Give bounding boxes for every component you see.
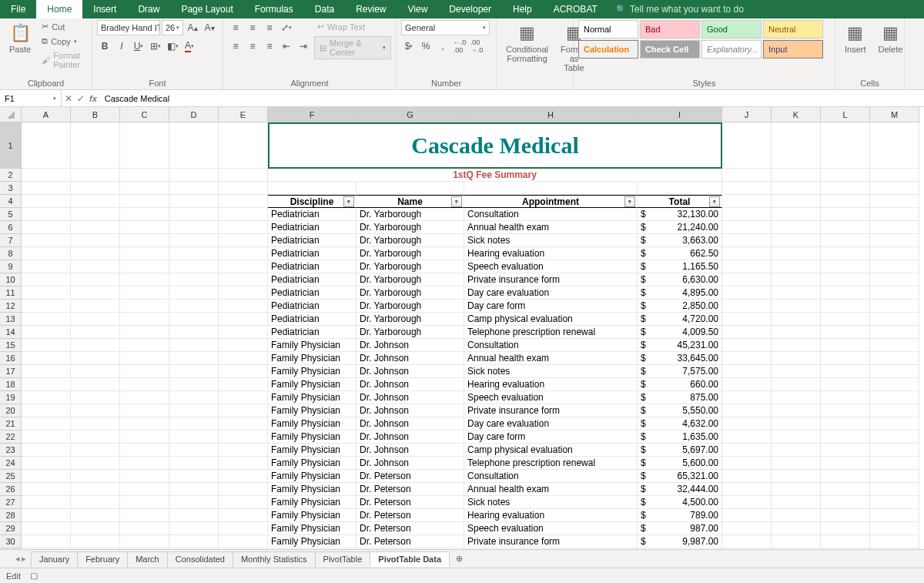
cell-A5[interactable] <box>22 208 71 221</box>
cell-C18[interactable] <box>120 378 169 391</box>
cell-E13[interactable] <box>219 313 268 326</box>
cell-K14[interactable] <box>772 326 821 339</box>
cell-I20[interactable]: $5,550.00 <box>638 404 722 417</box>
italic-button[interactable]: I <box>114 39 129 54</box>
cell-A9[interactable] <box>22 260 71 273</box>
cell-G8[interactable]: Dr. Yarborough <box>357 247 464 260</box>
cell-K5[interactable] <box>772 208 821 221</box>
cell-C9[interactable] <box>120 260 169 273</box>
cell-H20[interactable]: Private insurance form <box>464 404 638 417</box>
cell-L18[interactable] <box>821 378 870 391</box>
cell-A6[interactable] <box>22 221 71 234</box>
cell-H30[interactable]: Private insurance form <box>464 535 638 548</box>
row-header-22[interactable]: 22 <box>0 431 22 444</box>
cell-L27[interactable] <box>821 496 870 509</box>
cell-L10[interactable] <box>821 273 870 286</box>
cell-G24[interactable]: Dr. Johnson <box>357 457 464 470</box>
cell-H10[interactable]: Private insurance form <box>464 273 638 286</box>
row-header-27[interactable]: 27 <box>0 496 22 509</box>
cell-B25[interactable] <box>71 470 120 483</box>
ribbon-tab-data[interactable]: Data <box>304 0 345 18</box>
cell-I6[interactable]: $21,240.00 <box>638 221 722 234</box>
increase-font-button[interactable]: A▴ <box>185 20 200 35</box>
filter-arrow-icon[interactable]: ▾ <box>343 196 354 207</box>
cell-J15[interactable] <box>722 339 772 352</box>
sheet-nav-prev-icon[interactable]: ◂ <box>15 554 20 564</box>
col-header-K[interactable]: K <box>772 107 821 122</box>
cell-K30[interactable] <box>772 535 821 548</box>
wrap-text-button[interactable]: ↩ Wrap Text <box>314 20 391 33</box>
cell-style-input[interactable]: Input <box>763 40 823 59</box>
cell-D23[interactable] <box>169 444 219 457</box>
number-format-select[interactable]: General▾ <box>401 20 490 35</box>
cell-C6[interactable] <box>120 221 169 234</box>
cell-E29[interactable] <box>219 522 268 535</box>
cell-B10[interactable] <box>71 273 120 286</box>
cell-J3[interactable] <box>722 182 772 195</box>
cell-E8[interactable] <box>219 247 268 260</box>
font-color-button[interactable]: A▾ <box>182 39 197 54</box>
cell-G31[interactable]: Dr. Peterson <box>357 548 464 549</box>
cell-D31[interactable] <box>169 548 219 549</box>
cell-I21[interactable]: $4,632.00 <box>638 417 722 431</box>
cell-D16[interactable] <box>169 352 219 365</box>
cell-K1[interactable] <box>772 122 821 169</box>
cell-M18[interactable] <box>870 378 919 391</box>
cell-D26[interactable] <box>169 483 219 496</box>
row-header-6[interactable]: 6 <box>0 221 22 234</box>
cell-B26[interactable] <box>71 483 120 496</box>
cell-I13[interactable]: $4,720.00 <box>638 313 722 326</box>
cell-M6[interactable] <box>870 221 919 234</box>
cell-K23[interactable] <box>772 444 821 457</box>
row-header-11[interactable]: 11 <box>0 286 22 300</box>
cell-K12[interactable] <box>772 300 821 313</box>
cell-F28[interactable]: Family Physician <box>268 509 357 522</box>
sheet-tab-pivottable-data[interactable]: PivotTable Data <box>370 551 450 567</box>
cell-G10[interactable]: Dr. Yarborough <box>357 273 464 286</box>
cell-L19[interactable] <box>821 391 870 404</box>
cell-L1[interactable] <box>821 122 870 169</box>
cell-M30[interactable] <box>870 535 919 548</box>
cell-E5[interactable] <box>219 208 268 221</box>
cell-M26[interactable] <box>870 483 919 496</box>
cell-J31[interactable] <box>722 548 772 549</box>
ribbon-tab-page-layout[interactable]: Page Layout <box>170 0 243 18</box>
cell-M19[interactable] <box>870 391 919 404</box>
sheet-tab-monthly-statistics[interactable]: Monthly Statistics <box>233 551 316 567</box>
cell-C16[interactable] <box>120 352 169 365</box>
cell-G9[interactable]: Dr. Yarborough <box>357 260 464 273</box>
cell-L13[interactable] <box>821 313 870 326</box>
cell-A18[interactable] <box>22 378 71 391</box>
cell-G7[interactable]: Dr. Yarborough <box>357 234 464 247</box>
row-header-28[interactable]: 28 <box>0 509 22 522</box>
cell-L30[interactable] <box>821 535 870 548</box>
cell-C8[interactable] <box>120 247 169 260</box>
align-right-button[interactable]: ≡ <box>262 39 277 54</box>
title-cell[interactable]: Cascade Medical <box>268 122 722 169</box>
cell-A17[interactable] <box>22 365 71 378</box>
percent-button[interactable]: % <box>418 39 434 54</box>
decrease-font-button[interactable]: A▾ <box>202 20 217 35</box>
cell-F14[interactable]: Pediatrician <box>268 326 357 339</box>
cell-K9[interactable] <box>772 260 821 273</box>
cell-B13[interactable] <box>71 313 120 326</box>
filter-arrow-icon[interactable]: ▾ <box>451 196 462 207</box>
table-header-appointment[interactable]: Appointment▾ <box>464 195 638 208</box>
cell-F20[interactable]: Family Physician <box>268 404 357 417</box>
cut-button[interactable]: ✂ Cut <box>38 20 87 33</box>
cell-A25[interactable] <box>22 470 71 483</box>
cell-L24[interactable] <box>821 457 870 470</box>
col-header-G[interactable]: G <box>357 107 464 122</box>
cell-D27[interactable] <box>169 496 219 509</box>
cell-H26[interactable]: Annual health exam <box>464 483 638 496</box>
cell-L6[interactable] <box>821 221 870 234</box>
cell-I17[interactable]: $7,575.00 <box>638 365 722 378</box>
cell-G20[interactable]: Dr. Johnson <box>357 404 464 417</box>
cell-G12[interactable]: Dr. Yarborough <box>357 300 464 313</box>
cell-A11[interactable] <box>22 286 71 300</box>
cell-F15[interactable]: Family Physician <box>268 339 357 352</box>
align-center-button[interactable]: ≡ <box>245 39 260 54</box>
cell-K15[interactable] <box>772 339 821 352</box>
cell-L25[interactable] <box>821 470 870 483</box>
cell-K26[interactable] <box>772 483 821 496</box>
